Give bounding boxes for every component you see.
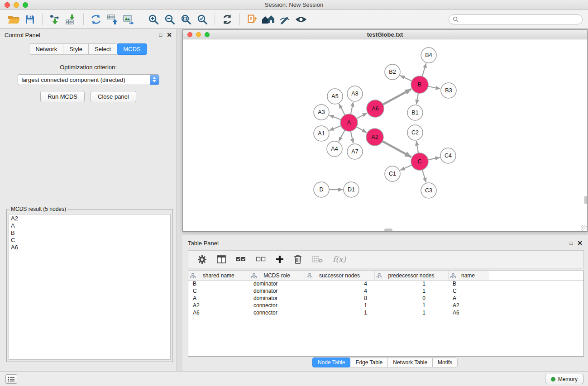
table-cell[interactable]: 1	[374, 302, 448, 309]
table-row[interactable]: A6connector11A6	[188, 309, 583, 316]
zoom-out-button[interactable]	[162, 12, 178, 27]
tab-select[interactable]: Select	[88, 43, 117, 55]
vertical-scrollbar[interactable]	[584, 196, 587, 204]
table-cell[interactable]: A6	[188, 309, 249, 316]
table-row[interactable]: Bdominator41B	[188, 280, 583, 287]
graph-node-A1[interactable]: A1	[314, 126, 329, 141]
table-cell[interactable]: 1	[305, 302, 374, 309]
table-cell[interactable]: B	[188, 280, 249, 287]
function-builder-button[interactable]: f(x)	[333, 255, 346, 264]
memory-button[interactable]: Memory	[545, 374, 583, 384]
mcds-result-item[interactable]: A2	[9, 215, 170, 222]
zoom-in-button[interactable]	[145, 12, 162, 27]
column-header-predecessor-nodes[interactable]: predecessor nodes	[374, 271, 448, 280]
graph-edge[interactable]	[339, 130, 345, 142]
delete-column-button[interactable]	[294, 255, 302, 264]
table-cell[interactable]: 4	[305, 287, 374, 295]
graph-node-A4[interactable]: A4	[327, 141, 342, 157]
table-cell[interactable]: A	[448, 295, 488, 302]
table-cell[interactable]: B	[448, 280, 488, 287]
horizontal-scrollbar[interactable]	[384, 229, 392, 231]
table-cell[interactable]: 1	[374, 280, 448, 287]
run-mcds-button[interactable]: Run MCDS	[40, 91, 85, 102]
annotation-button[interactable]	[244, 12, 260, 27]
mcds-result-item[interactable]: B	[9, 229, 170, 237]
graph-node-B3[interactable]: B3	[441, 83, 456, 98]
add-column-button[interactable]	[276, 255, 284, 263]
table-cell[interactable]: A2	[188, 302, 249, 309]
table-cell[interactable]: A	[188, 295, 249, 302]
graph-edge[interactable]	[416, 93, 418, 104]
minimize-window-button[interactable]	[14, 2, 19, 8]
tab-edge-table[interactable]: Edge Table	[350, 357, 388, 367]
table-cell[interactable]: connector	[249, 302, 305, 309]
graph-edge[interactable]	[330, 126, 341, 130]
graphics-details-button[interactable]	[277, 12, 293, 27]
graph-edge[interactable]	[428, 157, 440, 160]
graph-edge[interactable]	[339, 104, 345, 115]
graph-node-B4[interactable]: B4	[421, 48, 436, 63]
mcds-result-item[interactable]: A	[9, 222, 170, 229]
network-zoom-button[interactable]	[205, 32, 210, 37]
table-cell[interactable]: 1	[374, 287, 448, 295]
home-button[interactable]	[260, 12, 277, 27]
delete-table-button[interactable]	[312, 256, 323, 263]
table-row[interactable]: Cdominator41C	[188, 287, 583, 295]
graph-edge[interactable]	[351, 102, 353, 114]
graph-edge[interactable]	[416, 141, 418, 153]
tab-network-table[interactable]: Network Table	[387, 357, 433, 367]
graph-node-A6[interactable]: A6	[367, 100, 384, 117]
graph-edge[interactable]	[400, 76, 412, 81]
tab-style[interactable]: Style	[63, 43, 89, 55]
table-cell[interactable]: A2	[448, 302, 488, 309]
table-cell[interactable]: C	[448, 287, 488, 295]
graph-edge[interactable]	[422, 63, 426, 76]
graph-node-A5[interactable]: A5	[327, 89, 343, 104]
mcds-result-item[interactable]: C	[9, 237, 170, 244]
graph-edge[interactable]	[357, 113, 367, 119]
graph-node-B2[interactable]: B2	[385, 64, 400, 80]
network-canvas[interactable]: B4B2BB3A5A8A6B1A3AC2A1A2A4A7C4CC1C3DD1	[183, 40, 587, 231]
search-input[interactable]	[461, 16, 578, 23]
graph-node-A2[interactable]: A2	[366, 129, 383, 146]
graph-node-D[interactable]: D	[314, 182, 329, 197]
network-minimize-button[interactable]	[196, 32, 201, 37]
graph-edge[interactable]	[330, 115, 341, 120]
table-cell[interactable]: connector	[249, 309, 305, 316]
table-cell[interactable]: dominator	[249, 280, 305, 287]
tab-motifs[interactable]: Motifs	[432, 357, 458, 367]
graph-edge[interactable]	[422, 170, 426, 182]
tab-network[interactable]: Network	[29, 43, 63, 55]
column-header-shared-name[interactable]: shared name	[188, 271, 249, 280]
graph-edge[interactable]	[400, 165, 411, 170]
close-panel-button[interactable]: Close panel	[91, 91, 136, 102]
zoom-window-button[interactable]	[23, 2, 28, 8]
table-cell[interactable]: 1	[305, 309, 374, 316]
graph-node-C3[interactable]: C3	[421, 183, 436, 198]
graph-edge[interactable]	[382, 141, 411, 157]
table-cell[interactable]: C	[188, 287, 249, 295]
table-cell[interactable]: dominator	[249, 287, 305, 295]
select-all-button[interactable]	[236, 257, 246, 262]
table-close-panel-icon[interactable]: ✕	[577, 240, 583, 246]
table-float-panel-icon[interactable]: □	[570, 240, 573, 246]
graph-node-C4[interactable]: C4	[440, 148, 456, 163]
column-header-MCDS-role[interactable]: MCDS role	[249, 271, 305, 280]
tab-mcds[interactable]: MCDS	[117, 43, 147, 55]
close-window-button[interactable]	[5, 2, 10, 8]
table-cell[interactable]: 8	[305, 295, 374, 302]
graph-node-B1[interactable]: B1	[407, 105, 423, 120]
graph-edge[interactable]	[351, 131, 353, 143]
tab-node-table[interactable]: Node Table	[312, 357, 351, 367]
graph-edge[interactable]	[357, 127, 367, 132]
table-cell[interactable]: 1	[374, 309, 448, 316]
close-panel-icon[interactable]: ✕	[167, 32, 172, 38]
table-settings-button[interactable]	[197, 255, 207, 264]
table-cell[interactable]: A6	[448, 309, 488, 316]
table-cell[interactable]: 4	[305, 280, 374, 287]
export-network-button[interactable]	[88, 12, 104, 27]
deselect-all-button[interactable]	[256, 257, 266, 262]
graph-edge[interactable]	[383, 89, 411, 105]
graph-node-A7[interactable]: A7	[347, 144, 363, 159]
table-cell[interactable]: 0	[374, 295, 448, 302]
